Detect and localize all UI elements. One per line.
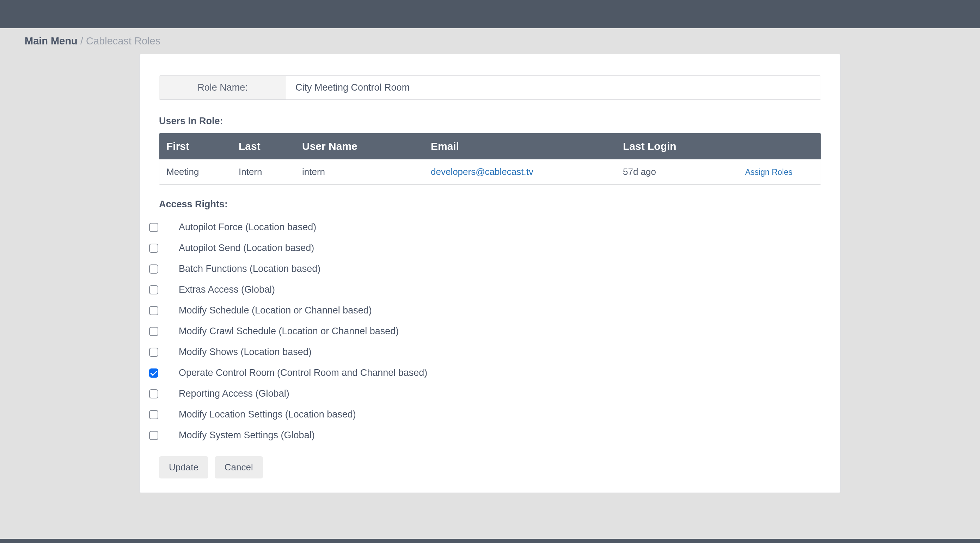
col-header-lastlogin: Last Login (623, 140, 745, 152)
button-row: Update Cancel (159, 456, 821, 478)
top-bar (0, 0, 980, 28)
access-checkbox[interactable] (149, 285, 158, 295)
breadcrumb-root[interactable]: Main Menu (25, 35, 78, 46)
access-label[interactable]: Autopilot Force (Location based) (179, 222, 316, 233)
access-item: Autopilot Force (Location based) (149, 217, 821, 238)
cancel-button[interactable]: Cancel (215, 456, 263, 478)
col-header-last: Last (239, 140, 302, 152)
col-header-username: User Name (302, 140, 431, 152)
access-checkbox[interactable] (149, 306, 158, 315)
user-table: First Last User Name Email Last Login Me… (159, 133, 821, 185)
breadcrumb: Main Menu / Cablecast Roles (25, 35, 955, 47)
access-checkbox[interactable] (149, 431, 158, 440)
access-checkbox[interactable] (149, 348, 158, 357)
page-wrapper: Main Menu / Cablecast Roles Role Name: U… (0, 28, 980, 493)
access-rights-list: Autopilot Force (Location based)Autopilo… (149, 217, 821, 446)
update-button[interactable]: Update (159, 456, 208, 478)
role-name-input[interactable] (286, 76, 821, 99)
access-checkbox[interactable] (149, 244, 158, 253)
breadcrumb-separator: / (78, 35, 86, 46)
access-label[interactable]: Modify System Settings (Global) (179, 430, 315, 441)
cell-lastlogin: 57d ago (623, 166, 745, 177)
access-label[interactable]: Batch Functions (Location based) (179, 263, 320, 274)
access-checkbox[interactable] (149, 327, 158, 336)
access-item: Modify Schedule (Location or Channel bas… (149, 300, 821, 321)
access-label[interactable]: Extras Access (Global) (179, 284, 275, 295)
users-in-role-heading: Users In Role: (159, 116, 821, 127)
access-item: Operate Control Room (Control Room and C… (149, 363, 821, 383)
role-panel: Role Name: Users In Role: First Last Use… (139, 54, 841, 493)
access-label[interactable]: Modify Location Settings (Location based… (179, 409, 356, 420)
access-checkbox[interactable] (149, 368, 158, 377)
access-label[interactable]: Modify Schedule (Location or Channel bas… (179, 305, 372, 316)
access-item: Modify Crawl Schedule (Location or Chann… (149, 321, 821, 342)
col-header-first: First (166, 140, 239, 152)
cell-username: intern (302, 166, 431, 177)
user-table-header: First Last User Name Email Last Login (159, 133, 821, 159)
access-label[interactable]: Reporting Access (Global) (179, 388, 290, 399)
access-item: Extras Access (Global) (149, 279, 821, 300)
access-checkbox[interactable] (149, 264, 158, 274)
access-item: Reporting Access (Global) (149, 383, 821, 404)
role-name-label: Role Name: (159, 76, 286, 99)
email-link[interactable]: developers@cablecast.tv (431, 166, 533, 177)
assign-roles-link[interactable]: Assign Roles (745, 167, 792, 177)
col-header-email: Email (431, 140, 623, 152)
access-checkbox[interactable] (149, 389, 158, 398)
table-row: Meeting Intern intern developers@cableca… (159, 159, 821, 185)
role-name-row: Role Name: (159, 75, 821, 100)
access-label[interactable]: Modify Crawl Schedule (Location or Chann… (179, 326, 399, 337)
access-label[interactable]: Modify Shows (Location based) (179, 347, 312, 358)
access-rights-heading: Access Rights: (159, 199, 821, 210)
access-item: Autopilot Send (Location based) (149, 238, 821, 258)
access-checkbox[interactable] (149, 410, 158, 419)
access-item: Batch Functions (Location based) (149, 258, 821, 279)
access-label[interactable]: Operate Control Room (Control Room and C… (179, 368, 427, 378)
cell-first: Meeting (166, 166, 239, 177)
access-item: Modify Location Settings (Location based… (149, 404, 821, 425)
breadcrumb-current: Cablecast Roles (86, 35, 161, 46)
cell-last: Intern (239, 166, 302, 177)
col-header-action (745, 140, 814, 152)
access-label[interactable]: Autopilot Send (Location based) (179, 243, 314, 253)
access-checkbox[interactable] (149, 223, 158, 232)
access-item: Modify System Settings (Global) (149, 425, 821, 446)
access-item: Modify Shows (Location based) (149, 342, 821, 363)
